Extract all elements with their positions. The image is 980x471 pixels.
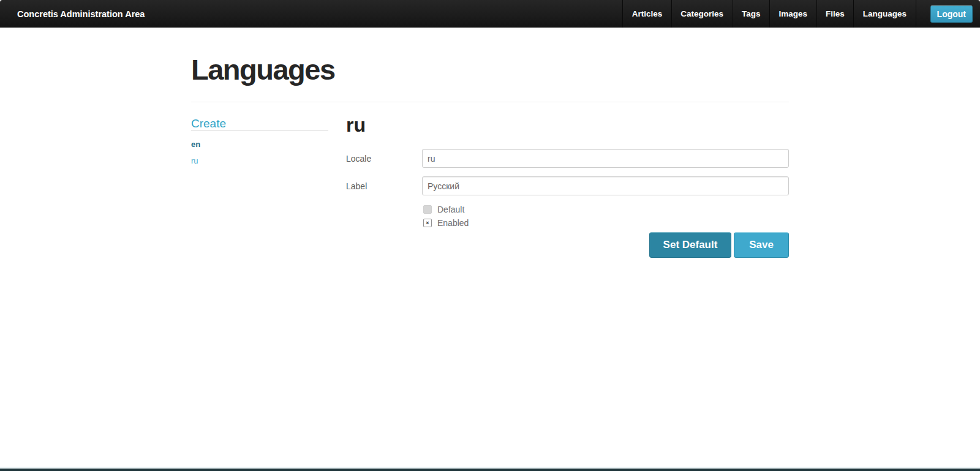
enabled-checkbox[interactable]: × bbox=[423, 219, 432, 227]
logout-button[interactable]: Logout bbox=[930, 6, 973, 23]
language-form: ru Locale Label Default × Enabled bbox=[346, 117, 789, 258]
checkbox-group: Default × Enabled bbox=[423, 205, 789, 227]
label-input[interactable] bbox=[422, 176, 789, 195]
app-title: Concretis Administration Area bbox=[0, 9, 145, 19]
checkmark-icon: × bbox=[426, 220, 429, 226]
title-divider bbox=[191, 102, 789, 102]
nav-tags[interactable]: Tags bbox=[733, 0, 770, 28]
page-title: Languages bbox=[191, 55, 789, 84]
main-content: Languages Create en ru ru Locale Label D… bbox=[191, 55, 789, 258]
main-nav: Articles Categories Tags Images Files La… bbox=[622, 0, 916, 28]
save-button[interactable]: Save bbox=[734, 232, 789, 258]
enabled-check-row: × Enabled bbox=[423, 219, 789, 227]
language-heading: ru bbox=[346, 117, 789, 133]
default-checkbox[interactable] bbox=[423, 205, 432, 214]
label-field-row: Label bbox=[346, 176, 789, 195]
nav-categories[interactable]: Categories bbox=[671, 0, 733, 28]
nav-files[interactable]: Files bbox=[816, 0, 854, 28]
locale-field-row: Locale bbox=[346, 149, 789, 168]
enabled-checkbox-label: Enabled bbox=[437, 218, 469, 228]
sidebar-item-ru[interactable]: ru bbox=[191, 156, 328, 165]
form-actions: Set DefaultSave bbox=[346, 232, 789, 258]
label-label: Label bbox=[346, 176, 422, 195]
sidebar-item-en[interactable]: en bbox=[191, 140, 328, 149]
nav-articles[interactable]: Articles bbox=[622, 0, 671, 28]
locale-label: Locale bbox=[346, 149, 422, 168]
navbar: Concretis Administration Area Articles C… bbox=[0, 0, 980, 28]
locale-input[interactable] bbox=[422, 149, 789, 168]
language-sidebar: Create en ru bbox=[191, 117, 328, 258]
window-bottom-edge bbox=[0, 467, 980, 471]
create-language-link[interactable]: Create bbox=[191, 117, 328, 131]
nav-images[interactable]: Images bbox=[769, 0, 816, 28]
default-check-row: Default bbox=[423, 205, 789, 214]
set-default-button[interactable]: Set Default bbox=[649, 232, 731, 258]
default-checkbox-label: Default bbox=[437, 205, 464, 214]
nav-languages[interactable]: Languages bbox=[853, 0, 916, 28]
